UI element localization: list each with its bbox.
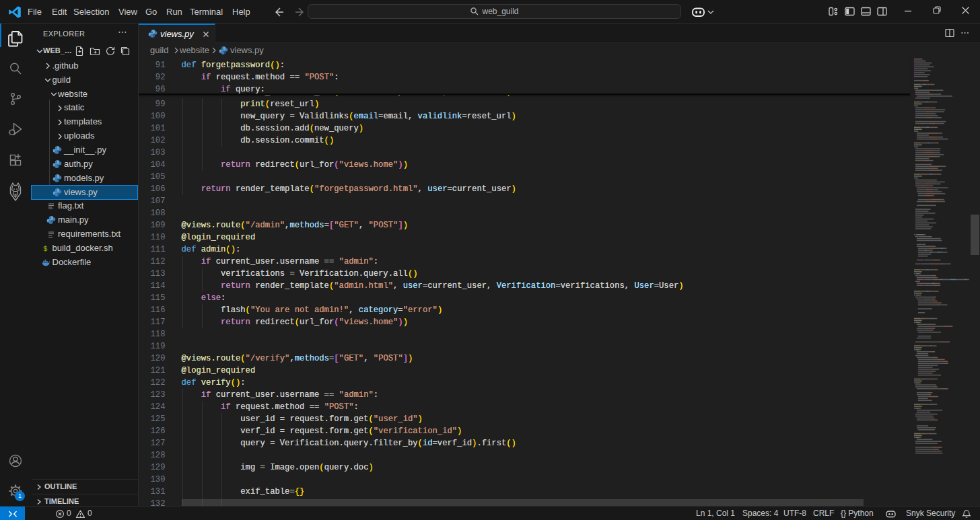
svg-text:$: $	[43, 245, 48, 253]
